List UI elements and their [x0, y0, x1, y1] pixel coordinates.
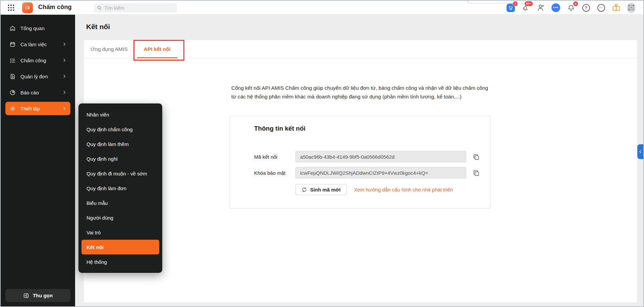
- chat-bubble-icon: •••: [551, 3, 560, 12]
- app-title: Chấm công: [38, 4, 72, 11]
- sidebar-item-cham-cong[interactable]: Chấm công: [5, 54, 70, 67]
- sidebar-item-label: Ca làm việc: [20, 42, 47, 47]
- developer-guide-link[interactable]: Xem hướng dẫn cấu hình cho nhà phát triể…: [354, 187, 453, 193]
- app-grid-icon[interactable]: [7, 4, 15, 11]
- card-actions: Sinh mã mới Xem hướng dẫn cấu hình cho n…: [295, 184, 453, 195]
- chevron-left-icon: [638, 150, 642, 154]
- avatar: [627, 3, 636, 13]
- lamp-book-icon: [612, 3, 621, 12]
- search-input[interactable]: [104, 5, 174, 11]
- chevron-right-icon: [62, 42, 67, 47]
- invite-user-button[interactable]: [536, 3, 545, 12]
- announcements-badge: 99+: [524, 1, 533, 6]
- messenger-button[interactable]: •••: [551, 3, 560, 12]
- flyout-item-quy-dinh-lam-don[interactable]: Quy định làm đơn: [78, 181, 162, 196]
- flyout-item-he-thong[interactable]: Hệ thống: [78, 254, 162, 269]
- document-icon: [9, 73, 16, 80]
- notifications-badge: 3: [573, 1, 578, 6]
- api-description: Cổng kết nối API AMIS Chấm công giúp chu…: [231, 84, 492, 101]
- app-window: Chấm công 2: [0, 0, 644, 307]
- sidebar-item-label: Chấm công: [20, 58, 46, 63]
- copy-icon: [473, 169, 480, 176]
- sidebar-item-label: Tổng quan: [20, 25, 45, 31]
- sidebar-item-label: Quản lý đơn: [20, 74, 48, 79]
- more-options-button[interactable]: ...: [597, 3, 605, 12]
- regenerate-code-button[interactable]: Sinh mã mới: [295, 184, 347, 195]
- flyout-item-quy-dinh-cham-cong[interactable]: Quy định chấm công: [78, 122, 162, 137]
- refresh-icon: [301, 187, 307, 193]
- connection-code-value[interactable]: a50ac96b-43b4-4149-9bf5-0a0566d0562d: [295, 151, 466, 162]
- topbar: Chấm công 2: [1, 1, 643, 15]
- sidebar-item-bao-cao[interactable]: Báo cáo: [5, 86, 70, 99]
- sidebar-nav: Tổng quan Ca làm việc: [1, 15, 75, 115]
- whats-new-button[interactable]: [612, 3, 621, 12]
- secret-key-value[interactable]: icwFepQNDLJWIQ2ShjADdwnCIZtP9×4Vwz0kgoc4…: [295, 167, 466, 178]
- collapse-label: Thu gọn: [33, 293, 53, 298]
- gear-icon: [9, 105, 16, 112]
- chevron-right-icon: [62, 74, 67, 79]
- flyout-item-quy-dinh-nghi[interactable]: Quy định nghỉ: [78, 151, 162, 166]
- sidebar-item-label: Báo cáo: [20, 90, 39, 95]
- sidebar-item-quan-ly-don[interactable]: Quản lý đơn: [5, 70, 70, 83]
- card-title: Thông tin kết nối: [254, 125, 305, 132]
- cart-badge: 2: [513, 1, 518, 6]
- chevron-right-icon: [62, 58, 67, 63]
- fingerprint-logo-icon[interactable]: [22, 2, 33, 13]
- sidebar-item-label: Thiết lập: [20, 106, 40, 111]
- connection-info-card: Thông tin kết nối Mã kết nối a50ac96b-43…: [230, 116, 490, 209]
- pie-chart-icon: [9, 89, 16, 96]
- secret-key-row: Khóa bảo mật icwFepQNDLJWIQ2ShjADdwnCIZt…: [254, 167, 480, 178]
- search-icon: [97, 5, 102, 10]
- flyout-item-quy-dinh-di-muon-ve-som[interactable]: Quy định đi muộn - về sớm: [78, 166, 162, 181]
- copy-icon: [473, 153, 480, 160]
- secret-key-label: Khóa bảo mật: [254, 170, 295, 176]
- flyout-item-quy-dinh-lam-them[interactable]: Quy định làm thêm: [78, 137, 162, 151]
- flyout-item-bieu-mau[interactable]: Biểu mẫu: [78, 196, 162, 210]
- tab-ung-dung-amis[interactable]: Ứng dụng AMIS: [84, 40, 134, 58]
- page-title: Kết nối: [86, 23, 110, 31]
- flyout-item-nhan-vien[interactable]: Nhân viên: [78, 107, 162, 122]
- more-icon: ...: [597, 4, 605, 12]
- settings-flyout-menu: Nhân viên Quy định chấm công Quy định là…: [78, 103, 162, 273]
- tab-bar: Ứng dụng AMIS API kết nối: [84, 40, 637, 59]
- flyout-item-ket-noi[interactable]: Kết nối: [81, 240, 159, 254]
- home-icon: [9, 25, 16, 31]
- checklist-icon: [9, 57, 16, 64]
- help-icon: ?: [582, 4, 590, 12]
- sidebar-item-thiet-lap[interactable]: Thiết lập: [5, 102, 70, 115]
- flyout-item-nguoi-dung[interactable]: Người dùng: [78, 210, 162, 225]
- collapse-sidebar-button[interactable]: Thu gọn: [5, 289, 70, 302]
- connection-code-row: Mã kết nối a50ac96b-43b4-4149-9bf5-0a056…: [254, 151, 480, 162]
- copy-secret-key-button[interactable]: [472, 169, 480, 177]
- announcements-button[interactable]: 99+: [521, 3, 530, 12]
- collapse-panel-flap[interactable]: [637, 144, 643, 159]
- sidebar: Tổng quan Ca làm việc: [1, 15, 75, 306]
- tab-api-ket-noi[interactable]: API kết nối: [137, 40, 177, 58]
- copy-connection-code-button[interactable]: [472, 153, 480, 161]
- sidebar-item-tong-quan[interactable]: Tổng quan: [5, 21, 70, 35]
- user-avatar[interactable]: [627, 3, 636, 12]
- chevron-right-icon: [62, 106, 67, 111]
- help-button[interactable]: ?: [582, 3, 590, 12]
- search-box[interactable]: [94, 3, 177, 12]
- sidebar-item-ca-lam-viec[interactable]: Ca làm việc: [5, 37, 70, 51]
- regenerate-label: Sinh mã mới: [310, 187, 341, 193]
- calendar-icon: [9, 41, 16, 48]
- chevron-right-icon: [62, 90, 67, 95]
- notifications-button[interactable]: 3: [567, 3, 575, 12]
- connection-code-label: Mã kết nối: [254, 154, 295, 160]
- topbar-actions: 2 99+ •••: [506, 1, 636, 15]
- cart-button[interactable]: 2: [506, 3, 515, 12]
- collapse-icon: [23, 293, 29, 299]
- flyout-item-vai-tro[interactable]: Vai trò: [78, 225, 162, 240]
